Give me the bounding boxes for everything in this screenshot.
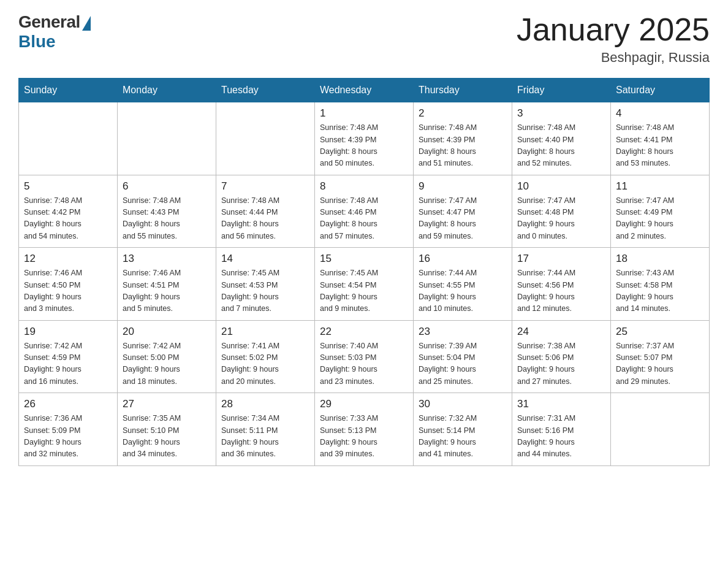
day-info: Sunrise: 7:48 AM Sunset: 4:40 PM Dayligh… bbox=[517, 122, 605, 170]
location-text: Beshpagir, Russia bbox=[517, 50, 710, 66]
calendar-cell: 4Sunrise: 7:48 AM Sunset: 4:41 PM Daylig… bbox=[611, 102, 710, 175]
day-info: Sunrise: 7:46 AM Sunset: 4:51 PM Dayligh… bbox=[123, 267, 211, 315]
calendar-cell: 5Sunrise: 7:48 AM Sunset: 4:42 PM Daylig… bbox=[19, 175, 118, 248]
day-info: Sunrise: 7:48 AM Sunset: 4:46 PM Dayligh… bbox=[320, 195, 408, 243]
calendar-body: 1Sunrise: 7:48 AM Sunset: 4:39 PM Daylig… bbox=[19, 102, 710, 466]
calendar-cell: 22Sunrise: 7:40 AM Sunset: 5:03 PM Dayli… bbox=[315, 320, 414, 393]
day-info: Sunrise: 7:33 AM Sunset: 5:13 PM Dayligh… bbox=[320, 413, 408, 461]
calendar-cell: 29Sunrise: 7:33 AM Sunset: 5:13 PM Dayli… bbox=[315, 393, 414, 466]
calendar-cell: 14Sunrise: 7:45 AM Sunset: 4:53 PM Dayli… bbox=[216, 248, 315, 321]
calendar-header-saturday: Saturday bbox=[611, 79, 710, 102]
day-number: 8 bbox=[320, 180, 408, 193]
day-info: Sunrise: 7:41 AM Sunset: 5:02 PM Dayligh… bbox=[221, 340, 309, 388]
calendar-cell: 3Sunrise: 7:48 AM Sunset: 4:40 PM Daylig… bbox=[512, 102, 611, 175]
calendar-header-monday: Monday bbox=[118, 79, 216, 102]
day-number: 27 bbox=[123, 398, 211, 410]
day-info: Sunrise: 7:42 AM Sunset: 4:59 PM Dayligh… bbox=[24, 340, 112, 388]
calendar-week-1: 1Sunrise: 7:48 AM Sunset: 4:39 PM Daylig… bbox=[19, 102, 710, 175]
calendar-week-5: 26Sunrise: 7:36 AM Sunset: 5:09 PM Dayli… bbox=[19, 393, 710, 466]
calendar-cell: 19Sunrise: 7:42 AM Sunset: 4:59 PM Dayli… bbox=[19, 320, 118, 393]
day-number: 18 bbox=[616, 253, 704, 265]
day-info: Sunrise: 7:44 AM Sunset: 4:56 PM Dayligh… bbox=[517, 267, 605, 315]
day-info: Sunrise: 7:48 AM Sunset: 4:39 PM Dayligh… bbox=[419, 122, 507, 170]
day-number: 29 bbox=[320, 398, 408, 410]
calendar-cell: 7Sunrise: 7:48 AM Sunset: 4:44 PM Daylig… bbox=[216, 175, 315, 248]
calendar-header-sunday: Sunday bbox=[19, 79, 118, 102]
day-info: Sunrise: 7:48 AM Sunset: 4:42 PM Dayligh… bbox=[24, 195, 112, 243]
day-number: 26 bbox=[24, 398, 112, 410]
calendar-cell: 13Sunrise: 7:46 AM Sunset: 4:51 PM Dayli… bbox=[118, 248, 216, 321]
day-info: Sunrise: 7:37 AM Sunset: 5:07 PM Dayligh… bbox=[616, 340, 704, 388]
day-number: 22 bbox=[320, 326, 408, 338]
month-title: January 2025 bbox=[517, 12, 710, 47]
logo-blue-text: Blue bbox=[18, 32, 56, 52]
day-info: Sunrise: 7:44 AM Sunset: 4:55 PM Dayligh… bbox=[419, 267, 507, 315]
day-info: Sunrise: 7:48 AM Sunset: 4:41 PM Dayligh… bbox=[616, 122, 704, 170]
day-number: 4 bbox=[616, 107, 704, 120]
calendar-cell: 30Sunrise: 7:32 AM Sunset: 5:14 PM Dayli… bbox=[414, 393, 512, 466]
logo-triangle-icon bbox=[82, 16, 91, 31]
day-number: 15 bbox=[320, 253, 408, 265]
day-info: Sunrise: 7:42 AM Sunset: 5:00 PM Dayligh… bbox=[123, 340, 211, 388]
calendar-cell: 25Sunrise: 7:37 AM Sunset: 5:07 PM Dayli… bbox=[611, 320, 710, 393]
day-number: 5 bbox=[24, 180, 112, 193]
calendar-week-2: 5Sunrise: 7:48 AM Sunset: 4:42 PM Daylig… bbox=[19, 175, 710, 248]
calendar-table: SundayMondayTuesdayWednesdayThursdayFrid… bbox=[18, 78, 710, 466]
calendar-cell bbox=[118, 102, 216, 175]
day-info: Sunrise: 7:36 AM Sunset: 5:09 PM Dayligh… bbox=[24, 413, 112, 461]
day-number: 14 bbox=[221, 253, 309, 265]
calendar-header-friday: Friday bbox=[512, 79, 611, 102]
calendar-cell: 26Sunrise: 7:36 AM Sunset: 5:09 PM Dayli… bbox=[19, 393, 118, 466]
calendar-cell: 18Sunrise: 7:43 AM Sunset: 4:58 PM Dayli… bbox=[611, 248, 710, 321]
day-info: Sunrise: 7:47 AM Sunset: 4:49 PM Dayligh… bbox=[616, 195, 704, 243]
calendar-cell bbox=[611, 393, 710, 466]
day-info: Sunrise: 7:46 AM Sunset: 4:50 PM Dayligh… bbox=[24, 267, 112, 315]
calendar-cell: 6Sunrise: 7:48 AM Sunset: 4:43 PM Daylig… bbox=[118, 175, 216, 248]
day-number: 16 bbox=[419, 253, 507, 265]
day-info: Sunrise: 7:38 AM Sunset: 5:06 PM Dayligh… bbox=[517, 340, 605, 388]
day-number: 24 bbox=[517, 326, 605, 338]
day-number: 7 bbox=[221, 180, 309, 193]
day-number: 3 bbox=[517, 107, 605, 120]
day-info: Sunrise: 7:34 AM Sunset: 5:11 PM Dayligh… bbox=[221, 413, 309, 461]
day-info: Sunrise: 7:47 AM Sunset: 4:47 PM Dayligh… bbox=[419, 195, 507, 243]
calendar-cell: 28Sunrise: 7:34 AM Sunset: 5:11 PM Dayli… bbox=[216, 393, 315, 466]
day-info: Sunrise: 7:48 AM Sunset: 4:44 PM Dayligh… bbox=[221, 195, 309, 243]
calendar-cell: 21Sunrise: 7:41 AM Sunset: 5:02 PM Dayli… bbox=[216, 320, 315, 393]
calendar-cell: 17Sunrise: 7:44 AM Sunset: 4:56 PM Dayli… bbox=[512, 248, 611, 321]
calendar-cell: 12Sunrise: 7:46 AM Sunset: 4:50 PM Dayli… bbox=[19, 248, 118, 321]
day-number: 19 bbox=[24, 326, 112, 338]
calendar-cell: 24Sunrise: 7:38 AM Sunset: 5:06 PM Dayli… bbox=[512, 320, 611, 393]
logo: General Blue bbox=[18, 12, 91, 52]
calendar-header-wednesday: Wednesday bbox=[315, 79, 414, 102]
day-info: Sunrise: 7:31 AM Sunset: 5:16 PM Dayligh… bbox=[517, 413, 605, 461]
day-number: 9 bbox=[419, 180, 507, 193]
day-number: 6 bbox=[123, 180, 211, 193]
day-info: Sunrise: 7:43 AM Sunset: 4:58 PM Dayligh… bbox=[616, 267, 704, 315]
day-number: 21 bbox=[221, 326, 309, 338]
calendar-header-row: SundayMondayTuesdayWednesdayThursdayFrid… bbox=[19, 79, 710, 102]
day-info: Sunrise: 7:45 AM Sunset: 4:53 PM Dayligh… bbox=[221, 267, 309, 315]
day-number: 2 bbox=[419, 107, 507, 120]
day-number: 25 bbox=[616, 326, 704, 338]
calendar-cell: 16Sunrise: 7:44 AM Sunset: 4:55 PM Dayli… bbox=[414, 248, 512, 321]
day-number: 30 bbox=[419, 398, 507, 410]
calendar-cell: 20Sunrise: 7:42 AM Sunset: 5:00 PM Dayli… bbox=[118, 320, 216, 393]
day-number: 11 bbox=[616, 180, 704, 193]
day-info: Sunrise: 7:32 AM Sunset: 5:14 PM Dayligh… bbox=[419, 413, 507, 461]
day-number: 23 bbox=[419, 326, 507, 338]
day-number: 17 bbox=[517, 253, 605, 265]
calendar-cell bbox=[216, 102, 315, 175]
day-number: 1 bbox=[320, 107, 408, 120]
calendar-cell: 15Sunrise: 7:45 AM Sunset: 4:54 PM Dayli… bbox=[315, 248, 414, 321]
day-info: Sunrise: 7:45 AM Sunset: 4:54 PM Dayligh… bbox=[320, 267, 408, 315]
day-info: Sunrise: 7:48 AM Sunset: 4:43 PM Dayligh… bbox=[123, 195, 211, 243]
calendar-cell: 23Sunrise: 7:39 AM Sunset: 5:04 PM Dayli… bbox=[414, 320, 512, 393]
day-info: Sunrise: 7:40 AM Sunset: 5:03 PM Dayligh… bbox=[320, 340, 408, 388]
day-number: 31 bbox=[517, 398, 605, 410]
day-number: 20 bbox=[123, 326, 211, 338]
title-section: January 2025 Beshpagir, Russia bbox=[517, 12, 710, 66]
calendar-cell: 8Sunrise: 7:48 AM Sunset: 4:46 PM Daylig… bbox=[315, 175, 414, 248]
calendar-cell: 10Sunrise: 7:47 AM Sunset: 4:48 PM Dayli… bbox=[512, 175, 611, 248]
calendar-week-3: 12Sunrise: 7:46 AM Sunset: 4:50 PM Dayli… bbox=[19, 248, 710, 321]
